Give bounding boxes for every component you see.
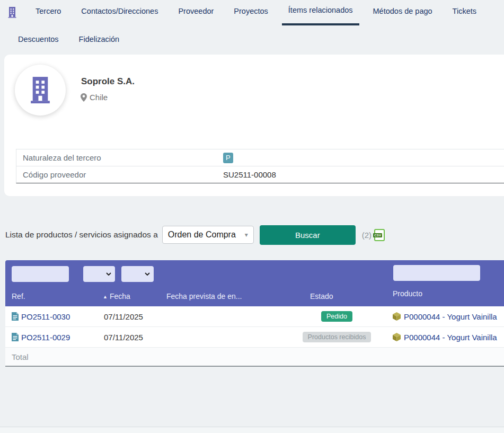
nature-badge: P [223,153,233,163]
product-icon [393,312,401,321]
column-header-fecha-prevista[interactable]: Fecha prevista de en... [166,292,242,301]
order-document-icon [12,333,19,341]
tab-tickets[interactable]: Tickets [446,0,483,25]
product-link[interactable]: P0000044 - Yogurt Vainilla [404,312,497,321]
table-row: PO2511-0030 07/11/2025 Pedido P0000044 -… [5,306,504,327]
date-filter-select-month[interactable] [83,266,115,282]
table-row: PO2511-0029 07/11/2025 Productos recibid… [5,327,504,348]
table-header: Ref. ▲Fecha Fecha prevista de en... Esta… [5,260,504,306]
ref-cell: PO2511-0030 [5,312,98,321]
tab-proveedor[interactable]: Proveedor [172,0,220,25]
third-party-page: Tercero Contactos/Direcciones Proveedor … [0,0,504,433]
column-header-estado[interactable]: Estado [310,292,333,301]
column-header-fecha-label: Fecha [110,292,130,301]
result-count: (2) [362,231,372,240]
estado-cell: Productos recibidos [293,332,381,343]
tab-tercero[interactable]: Tercero [29,0,67,25]
product-icon [393,333,401,341]
detail-row-supplier-code: Código proveedor SU2511-00008 [16,166,504,183]
producto-filter-input[interactable] [393,265,480,281]
status-badge: Productos recibidos [303,332,372,343]
csv-tag: CSV [373,233,382,237]
avatar [15,65,66,116]
tab-proyectos[interactable]: Proyectos [227,0,274,25]
building-icon [7,7,17,18]
detail-label: Naturaleza del tercero [16,153,223,162]
object-type-select-value: Orden de Compra [168,230,236,240]
tab-fidelizacion[interactable]: Fidelización [73,29,126,52]
total-label: Total [12,352,29,361]
products-list-bar: Lista de productos / servicios asignados… [5,225,385,245]
company-card: Soprole S.A. Chile Naturaleza del tercer… [4,55,504,196]
product-link[interactable]: P0000044 - Yogurt Vainilla [404,333,497,342]
detail-label: Código proveedor [16,170,223,179]
tab-contactos-direcciones[interactable]: Contactos/Direcciones [75,0,164,25]
producto-cell: P0000044 - Yogurt Vainilla [381,312,504,321]
date-filter-select-year[interactable] [121,266,154,282]
search-button[interactable]: Buscar [260,225,356,245]
producto-cell: P0000044 - Yogurt Vainilla [381,333,504,342]
order-document-icon [12,312,19,321]
tab-bar-row2: Descuentos Fidelización [12,29,126,52]
chevron-down-icon: ▾ [245,231,248,238]
company-name: Soprole S.A. [81,76,135,87]
chevron-down-icon [106,272,111,276]
tab-bar: Tercero Contactos/Direcciones Proveedor … [29,0,483,25]
column-header-producto[interactable]: Producto [393,289,422,298]
tab-metodos-de-pago[interactable]: Métodos de pago [367,0,439,25]
company-country: Chile [81,93,108,102]
products-list-label: Lista de productos / servicios asignados… [5,230,158,240]
location-pin-icon [81,93,87,102]
fecha-cell: 07/11/2025 [98,333,160,342]
estado-cell: Pedido [293,311,381,322]
detail-row-nature: Naturaleza del tercero P [16,149,504,166]
ref-cell: PO2511-0029 [5,333,98,342]
column-header-ref[interactable]: Ref. [12,292,25,301]
detail-value: P [223,153,233,163]
sort-asc-icon: ▲ [103,294,108,299]
order-ref-link[interactable]: PO2511-0029 [21,333,70,342]
status-badge: Pedido [321,311,352,322]
fecha-cell: 07/11/2025 [98,312,160,321]
chevron-down-icon [145,272,150,276]
related-items-table: Ref. ▲Fecha Fecha prevista de en... Esta… [5,260,504,367]
company-details-table: Naturaleza del tercero P Código proveedo… [16,149,504,183]
tab-descuentos[interactable]: Descuentos [12,29,65,52]
total-row: Total [5,348,504,367]
tab-items-relacionados[interactable]: Ítems relacionados [282,0,359,25]
footer-divider [0,427,504,433]
company-country-label: Chile [90,93,108,102]
csv-export-icon[interactable]: CSV [374,229,385,241]
object-type-select[interactable]: Orden de Compra ▾ [162,226,254,244]
supplier-code-value: SU2511-00008 [223,170,276,179]
building-icon [29,77,52,103]
order-ref-link[interactable]: PO2511-0030 [21,312,70,321]
column-header-fecha[interactable]: ▲Fecha [103,292,130,301]
ref-filter-input[interactable] [12,266,69,282]
